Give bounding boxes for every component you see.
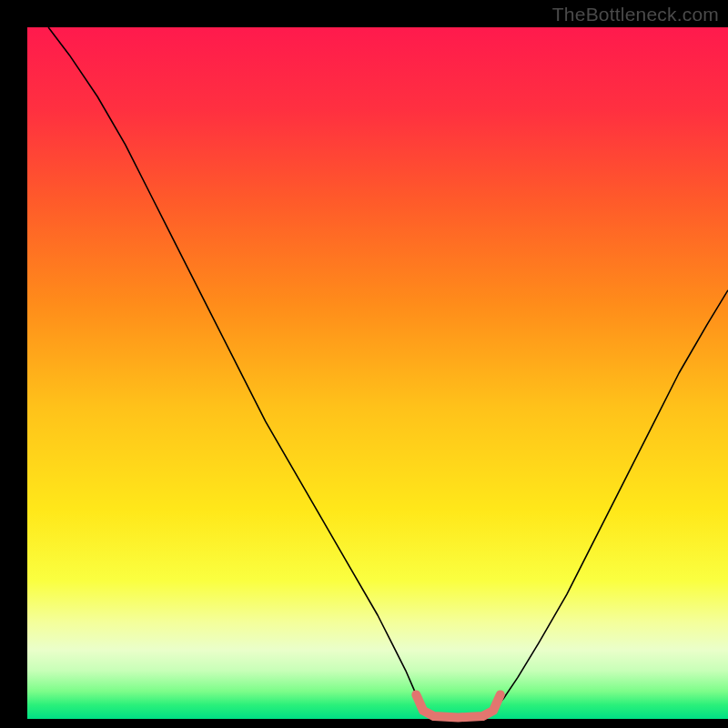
watermark-text: TheBottleneck.com <box>552 4 719 25</box>
bottleneck-chart <box>0 0 728 728</box>
chart-frame: TheBottleneck.com <box>0 0 728 728</box>
